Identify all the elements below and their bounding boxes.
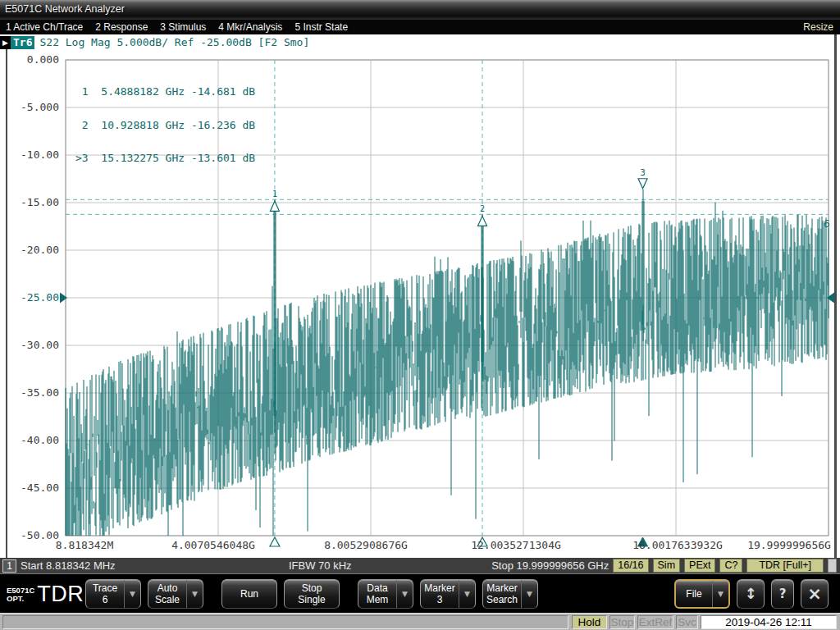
data-mem-label-1: Data [367, 582, 387, 594]
datetime-display: 2019-04-26 12:11 [701, 615, 837, 629]
pext-badge: PExt [684, 559, 715, 573]
y-tick-label: -20.00 [0, 244, 59, 257]
channel-status-bar: 1 Start 8.818342 MHz IFBW 70 kHz Stop 19… [0, 558, 840, 573]
close-icon: × [801, 580, 828, 608]
x-tick-label: 4.0070546048G [171, 540, 255, 551]
menu-mkr-analysis[interactable]: 4 Mkr/Analysis [218, 21, 282, 33]
x-tick-label: 8.0052908676G [324, 540, 408, 551]
menu-resize[interactable]: Resize [803, 21, 833, 33]
dropdown-arrow-icon[interactable]: ▼ [712, 581, 728, 607]
instrument-screen: E5071C Network Analyzer 1 Active Ch/Trac… [0, 0, 840, 630]
hold-indicator: Hold [572, 615, 607, 629]
marker-button[interactable]: Marker 3 ▼ [420, 579, 476, 609]
menu-bar: 1 Active Ch/Trace 2 Response 3 Stimulus … [0, 20, 840, 34]
dropdown-arrow-icon[interactable]: ▼ [186, 580, 203, 608]
dropdown-arrow-icon[interactable]: ▼ [396, 580, 413, 608]
close-button[interactable]: × [801, 579, 829, 609]
run-button[interactable]: Run [221, 579, 277, 609]
marker-triangle[interactable] [478, 216, 487, 226]
marker-row: 1 5.4888182 GHz -14.681 dB [75, 86, 255, 98]
reference-level-arrow-right [827, 293, 834, 304]
updown-arrow-icon: ↕ [737, 580, 764, 608]
y-tick-label: -35.00 [0, 386, 59, 399]
auto-scale-label-1: Auto [158, 582, 178, 594]
data-mem-button[interactable]: Data Mem ▼ [358, 579, 413, 609]
marker-button-value: 3 [437, 594, 443, 605]
trace-status-line: ▶ Tr6 S22 Log Mag 5.000dB/ Ref -25.00dB … [0, 36, 309, 49]
auto-scale-button[interactable]: Auto Scale ▼ [148, 579, 203, 609]
marker-row: 2 10.928818 GHz -16.236 dB [75, 120, 255, 131]
marker-number-label: 1 [272, 189, 277, 199]
right-edge-border [834, 34, 837, 558]
channel-number-badge: 1 [2, 559, 16, 573]
dropdown-arrow-icon[interactable]: ▼ [521, 580, 537, 608]
trace-button[interactable]: Trace 6 ▼ [85, 579, 141, 609]
file-button[interactable]: File ▼ [674, 579, 730, 609]
marker-readout-table: 1 5.4888182 GHz -14.681 dB 2 10.928818 G… [75, 64, 255, 186]
ifbw-label: IFBW 70 kHz [289, 559, 352, 572]
marker-row: >3 15.132275 GHz -13.601 dB [75, 153, 255, 164]
display-area: 1236 ▶ Tr6 S22 Log Mag 5.000dB/ Ref -25.… [0, 34, 840, 558]
active-marker-triangle[interactable] [638, 179, 647, 189]
marker-number-label: 2 [480, 204, 485, 213]
message-area [2, 615, 568, 629]
marker-search-label-2: Search [486, 594, 518, 605]
corner-grip [828, 559, 837, 573]
marker-button-label: Marker [424, 582, 454, 594]
y-tick-label: -5.000 [0, 101, 59, 114]
help-icon: ? [772, 580, 793, 608]
trace-label-chip[interactable]: Tr6 [11, 36, 34, 49]
marker-search-label-1: Marker [486, 582, 517, 594]
y-tick-label: 0.000 [0, 53, 59, 66]
logo-model: E5071C [7, 587, 34, 595]
system-status-bar: Hold Stop ExtRef Svc 2019-04-26 12:11 [0, 613, 840, 630]
trace-path [66, 203, 829, 536]
menu-stimulus[interactable]: 3 Stimulus [160, 21, 206, 33]
stop-indicator: Stop [609, 615, 635, 629]
sim-badge: Sim [653, 559, 681, 573]
menu-active-ch-trace[interactable]: 1 Active Ch/Trace [6, 21, 83, 33]
tdr-badge: TDR [Full+] [746, 559, 824, 573]
dropdown-arrow-icon[interactable]: ▼ [124, 580, 140, 608]
trace-button-value: 6 [103, 594, 108, 605]
y-tick-label: -45.00 [0, 482, 59, 495]
file-button-label: File [686, 588, 701, 600]
softkey-bar: E5071C OPT. TDR Trace 6 ▼ Auto Scale ▼ R… [0, 573, 840, 613]
x-tick-label: 16.0017633932G [632, 540, 723, 551]
stop-frequency-label: Stop 19.999999656 GHz [491, 559, 609, 572]
stop-single-button[interactable]: Stop Single [284, 579, 340, 609]
extref-indicator: ExtRef [637, 615, 673, 629]
run-button-label: Run [240, 588, 258, 600]
marker-search-button[interactable]: Marker Search ▼ [482, 579, 538, 609]
data-mem-label-2: Mem [367, 594, 389, 605]
active-trace-arrow-icon: ▶ [0, 36, 11, 49]
svc-indicator: Svc [676, 615, 698, 629]
x-tick-label-stop: 19.999999656G [747, 540, 831, 551]
marker-triangle[interactable] [270, 201, 279, 211]
y-tick-label: -10.00 [0, 148, 59, 162]
help-button[interactable]: ? [771, 579, 794, 609]
auto-scale-label-2: Scale [155, 594, 180, 605]
menu-response[interactable]: 2 Response [95, 21, 148, 33]
start-frequency-label: Start 8.818342 MHz [21, 559, 116, 572]
marker-spikes [274, 189, 644, 432]
marker-symbols[interactable]: 123 [270, 167, 648, 546]
marker-axis-triangle[interactable] [270, 537, 280, 546]
logo-opt: OPT. [7, 595, 34, 603]
dropdown-arrow-icon[interactable]: ▼ [459, 580, 475, 608]
y-tick-label-ref-level: -25.00 [0, 291, 59, 304]
logo-tdr: TDR [37, 583, 84, 605]
y-tick-label: -15.00 [0, 196, 59, 209]
scroll-updown-button[interactable]: ↕ [737, 579, 765, 609]
y-tick-label: -30.00 [0, 339, 59, 352]
window-titlebar: E5071C Network Analyzer [0, 0, 840, 20]
reference-level-arrow-left [60, 293, 67, 304]
window-title: E5071C Network Analyzer [5, 3, 125, 15]
x-tick-label-start: 8.818342M [56, 540, 113, 551]
menu-instr-state[interactable]: 5 Instr State [294, 21, 348, 33]
marker-number-label: 3 [640, 167, 646, 178]
y-tick-label: -50.00 [0, 529, 59, 542]
instrument-logo: E5071C OPT. TDR [7, 583, 84, 605]
trace-settings-text: S22 Log Mag 5.000dB/ Ref -25.00dB [F2 Sm… [39, 36, 309, 49]
stop-single-label-1: Stop [302, 582, 322, 594]
